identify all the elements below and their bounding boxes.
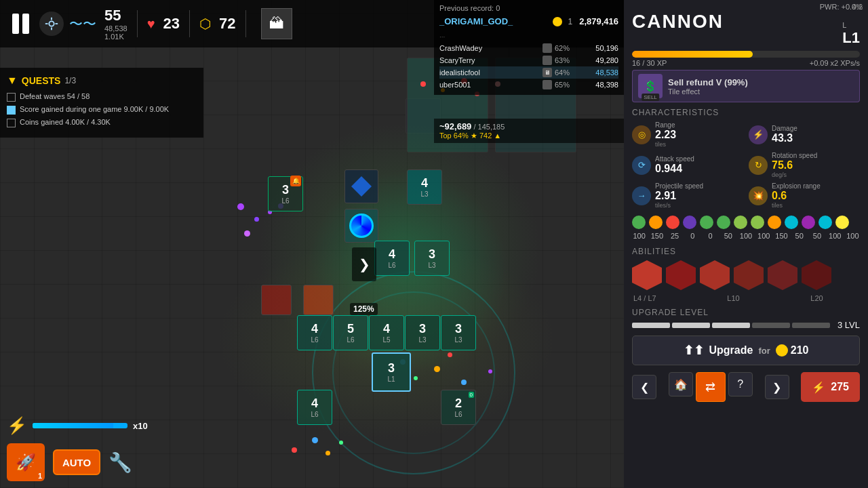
lb-icon [542,43,552,53]
ability-gem-3[interactable] [734,260,764,290]
nav-prev-button[interactable]: ❮ [632,375,656,399]
lb-entries: CrashWadey 62% 50,196 ScaryTerry 63% 49,… [439,42,618,91]
divider3 [245,10,246,37]
abilities-title: ABILITIES [632,247,860,256]
card-icon: 🚀 [16,453,36,472]
energy-bar [33,423,127,428]
char-icon: 💥 [749,186,768,205]
tile-3-l3-3[interactable]: 3L3 [441,315,476,350]
tools-icon[interactable]: 🔧 [108,451,132,474]
energy-fill [33,423,113,428]
tile-spinner[interactable] [344,209,378,243]
panel-title: CANNON [632,11,724,33]
sell-action-button[interactable]: ⚡ 275 [801,372,860,402]
ability-gem-2[interactable] [700,260,730,290]
nav-question-button[interactable]: ? [728,372,753,396]
quests-arrow[interactable]: ▼ [7,75,18,87]
quest-item: Coins gained 4.00K / 4.30K [7,118,197,127]
quest-checkbox[interactable] [7,93,16,102]
quest-item: Defeat waves 54 / 58 [7,92,197,102]
ability-gem-4[interactable] [768,260,797,290]
tile-4-l3[interactable]: 4 L3 [407,169,442,205]
nav-center: 🏠 ⇄ ? [669,372,753,402]
char-icon: ◎ [632,125,651,144]
screenshot-button[interactable]: 🏔 [261,8,292,39]
ability-gem-5[interactable] [802,260,831,290]
color-value: 100 [738,232,753,240]
color-value: 100 [757,232,771,240]
sell-icon: 💲 SELL [638,74,663,98]
nav-next-icon: ❯ [772,381,781,394]
tile-3-l6[interactable]: 🔔 3L6 [268,176,303,211]
tile-blue-gem[interactable] [344,169,378,203]
char-value: 75.6 [772,159,817,171]
quest-checkbox[interactable] [7,106,16,115]
lb-name: uber5001 [439,81,540,89]
nav-home-button[interactable]: 🏠 [669,372,693,396]
wave-sub: 48,538 [104,24,127,33]
tile-3-l1-selected[interactable]: 3L1 [372,352,411,392]
color-value: 150 [774,232,789,240]
tile-4-l6-2[interactable]: 4L6 [297,315,332,350]
char-item: ↻ Rotation speed 75.6 deg/s [749,152,860,178]
color-value: 100 [846,232,860,240]
nav-next-button[interactable]: ❯ [765,375,789,399]
my-max: 145,185 [478,123,505,131]
tile-5-l6[interactable]: 5L6 [333,315,368,350]
sell-refund[interactable]: 💲 SELL Sell refund V (99%) Tile effect P… [632,70,860,102]
quest-item: Score gained during one game 9.00K / 9.0… [7,105,197,115]
particle [292,447,297,453]
nav-arrow-right[interactable]: ❯ [352,247,376,281]
question-icon: ? [737,378,743,390]
tile-number: 4 [421,176,428,190]
player-rank: 1 [568,17,572,26]
divider2 [189,10,190,37]
upgrade-pip-1 [672,323,710,328]
ability-gem-0[interactable] [632,260,662,290]
char-info: Damage 43.3 [772,125,797,144]
leaderboard-panel: Previous record: 0 _ORIGAMI_GOD_ 1 2,879… [434,0,624,95]
xp-bar-container: 16 / 30 XP +0.09 x2 XPs/s [632,51,860,67]
ability-gem-1[interactable] [666,260,696,290]
tile-4-l6-1[interactable]: 4L6 [374,241,410,276]
char-value: 2.91 [655,190,703,202]
upgrade-button[interactable]: ⬆⬆ Upgrade for 210 [632,336,860,365]
title-row: CANNON L L1 [632,11,860,47]
lightning-icon: ⚡ [7,416,27,435]
color-value: 50 [721,232,735,240]
abilities-row [632,260,860,290]
tile-2-l6[interactable]: 0 2L6 [441,390,476,425]
upgrade-pip-3 [752,323,790,328]
tile-3-l3-2[interactable]: 3L3 [405,315,440,350]
char-item: 💥 Explosion range 0.6 tiles [749,182,860,209]
color-dot [768,216,781,229]
nav-active-button[interactable]: ⇄ [696,372,726,402]
auto-button[interactable]: AUTO [53,449,100,475]
tile-4-l6-3[interactable]: 4L6 [297,390,332,425]
color-dot [632,216,646,229]
char-name: Attack speed [655,155,694,163]
color-value: 0 [703,232,717,240]
auto-label: AUTO [62,457,91,468]
char-value: 43.3 [772,132,797,144]
particle [237,203,244,210]
pwr-label: PWR: +0.0% [820,3,863,11]
tile-4-l5[interactable]: 4L5 [369,315,404,350]
color-dot [802,216,815,229]
char-value: 0.944 [655,163,694,175]
tile-3-l3-1[interactable]: 3L3 [414,241,450,276]
color-dot [835,216,849,229]
particle [420,81,426,87]
tile-red-1[interactable] [261,285,292,315]
card-slot[interactable]: 🚀 1 [7,443,45,481]
player-name: _ORIGAMI_GOD_ [439,16,547,26]
right-panel: 4:2 CANNON L L1 16 / 30 XP +0.09 x2 XPs/… [624,0,868,488]
upgrade-icon: ⬆⬆ [684,343,704,358]
skill-icon[interactable] [39,12,64,36]
wave-count: 55 [104,7,127,24]
xp-label: 16 / 30 XP [632,59,667,67]
pause-button[interactable] [7,9,34,39]
tile-orange-1[interactable] [303,285,334,315]
char-value: 0.6 [772,190,821,202]
quest-checkbox[interactable] [7,119,16,127]
